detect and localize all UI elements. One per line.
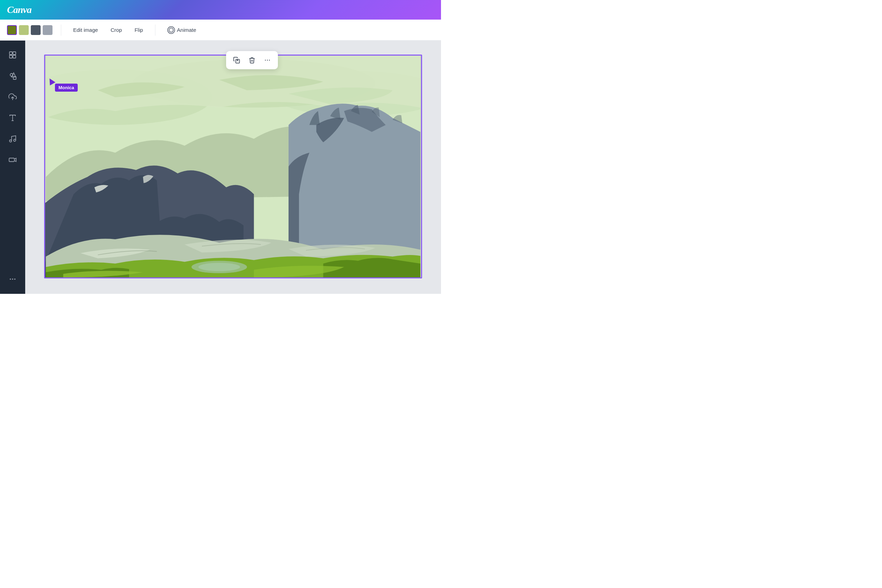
animate-label: Animate xyxy=(177,27,196,33)
toolbar-divider-1 xyxy=(61,24,61,36)
upload-icon xyxy=(8,93,17,102)
svg-point-28 xyxy=(198,263,240,271)
sidebar-item-audio[interactable] xyxy=(3,130,22,148)
elements-icon xyxy=(8,72,17,81)
toolbar-divider-2 xyxy=(155,24,155,36)
video-icon xyxy=(8,156,17,165)
edit-image-label: Edit image xyxy=(73,27,98,33)
user-label: Monica xyxy=(55,84,78,92)
delete-button[interactable] xyxy=(246,54,258,66)
sidebar-item-templates[interactable] xyxy=(3,46,22,64)
svg-point-13 xyxy=(10,278,11,280)
canvas-area[interactable]: Monica xyxy=(25,40,441,294)
sidebar-more-button[interactable] xyxy=(3,270,22,288)
swatch-light-olive[interactable] xyxy=(19,25,29,35)
color-swatches xyxy=(7,25,53,35)
sidebar-item-video[interactable] xyxy=(3,151,22,169)
svg-rect-1 xyxy=(13,52,16,55)
flip-label: Flip xyxy=(134,27,143,33)
svg-point-14 xyxy=(12,278,13,280)
main-area: Monica xyxy=(0,40,441,294)
mountain-illustration xyxy=(45,56,421,278)
animate-icon xyxy=(167,26,175,34)
sidebar-item-elements[interactable] xyxy=(3,67,22,86)
canvas-element[interactable]: Monica xyxy=(44,55,422,278)
svg-point-15 xyxy=(14,278,16,280)
swatch-dark-olive[interactable] xyxy=(7,25,17,35)
audio-icon xyxy=(8,135,17,144)
svg-rect-2 xyxy=(9,55,12,58)
copy-button[interactable] xyxy=(230,54,243,66)
svg-rect-12 xyxy=(9,158,14,162)
edit-image-button[interactable]: Edit image xyxy=(70,25,102,35)
more-options-button[interactable] xyxy=(261,54,274,66)
crop-label: Crop xyxy=(111,27,122,33)
svg-point-11 xyxy=(14,139,16,141)
sidebar-item-text[interactable] xyxy=(3,109,22,128)
sidebar-item-upload[interactable] xyxy=(3,88,22,106)
svg-point-10 xyxy=(9,140,12,142)
svg-rect-0 xyxy=(9,52,12,55)
crop-button[interactable]: Crop xyxy=(107,25,126,35)
svg-rect-3 xyxy=(13,55,16,58)
floating-toolbar xyxy=(226,51,278,69)
toolbar: Edit image Crop Flip Animate xyxy=(0,20,441,40)
sidebar xyxy=(0,40,25,294)
swatch-dark-gray[interactable] xyxy=(31,25,41,35)
swatch-light-gray[interactable] xyxy=(43,25,53,35)
svg-point-21 xyxy=(267,60,268,61)
templates-icon xyxy=(8,51,17,60)
canva-logo: Canva xyxy=(7,4,32,15)
text-icon xyxy=(8,114,17,123)
animate-button[interactable]: Animate xyxy=(164,24,200,36)
app-header: Canva xyxy=(0,0,441,20)
svg-point-20 xyxy=(265,60,266,61)
svg-point-22 xyxy=(269,60,270,61)
flip-button[interactable]: Flip xyxy=(131,25,146,35)
user-cursor: Monica xyxy=(48,80,78,92)
